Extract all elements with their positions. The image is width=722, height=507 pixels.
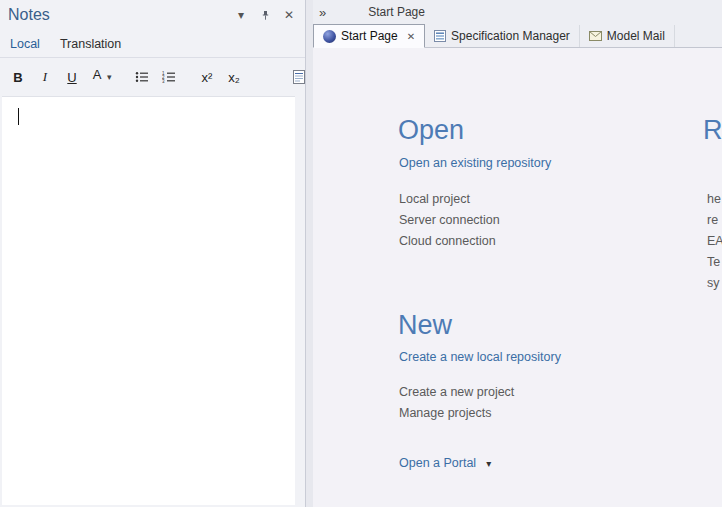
tab-label: Start Page [341, 29, 398, 43]
local-project-item[interactable]: Local project [399, 189, 500, 210]
chevron-down-icon[interactable]: ▾ [107, 72, 116, 82]
document-area: » Start Page Start Page ✕ Specification … [313, 0, 722, 507]
notes-editor[interactable] [2, 96, 295, 505]
start-page-content: Open Open an existing repository Local p… [313, 48, 722, 507]
new-section-heading: New [398, 309, 452, 341]
expand-tabs-icon[interactable]: » [319, 5, 326, 20]
close-panel-button[interactable]: ✕ [281, 7, 297, 23]
numbered-list-icon: 123 [162, 71, 176, 83]
new-section-items: Create a new project Manage projects [399, 382, 514, 424]
open-section-heading: Open [398, 114, 464, 146]
recent-section-heading-truncated: R [703, 114, 722, 146]
document-tab-bar: Start Page ✕ Specification Manager Model… [313, 24, 722, 48]
manage-projects-item[interactable]: Manage projects [399, 403, 514, 424]
create-new-project-item[interactable]: Create a new project [399, 382, 514, 403]
svg-text:3: 3 [162, 79, 165, 83]
notes-panel-title: Notes [8, 6, 50, 24]
open-portal-link[interactable]: Open a Portal [399, 456, 476, 470]
recent-item[interactable]: he [707, 189, 722, 210]
specification-manager-icon [434, 30, 446, 42]
bold-button[interactable]: B [6, 65, 30, 89]
tab-model-mail[interactable]: Model Mail [580, 25, 675, 47]
chevron-down-icon[interactable]: ▾ [486, 458, 491, 469]
numbered-list-button[interactable]: 123 [157, 65, 181, 89]
tab-specification-manager[interactable]: Specification Manager [425, 25, 580, 47]
active-document-title: Start Page [368, 5, 425, 19]
notes-tab-bar: Local Translation [0, 30, 305, 58]
pin-button[interactable] [257, 7, 273, 23]
subscript-button[interactable]: x₂ [222, 65, 246, 89]
bullet-list-button[interactable] [130, 65, 154, 89]
recent-item[interactable]: EA [707, 231, 722, 252]
superscript-button[interactable]: x² [195, 65, 219, 89]
font-color-button[interactable]: A ▾ [87, 65, 116, 89]
recent-item[interactable]: re [707, 210, 722, 231]
notes-panel-header: Notes ▾ ✕ [0, 0, 305, 30]
server-connection-item[interactable]: Server connection [399, 210, 500, 231]
globe-button[interactable] [249, 65, 273, 89]
globe-icon [254, 70, 268, 84]
recent-item[interactable]: Te [707, 252, 722, 273]
model-mail-icon [589, 31, 602, 41]
open-section-items: Local project Server connection Cloud co… [399, 189, 500, 252]
font-color-letter: A [87, 65, 107, 89]
notes-window-controls: ▾ ✕ [233, 7, 297, 23]
notes-panel: Notes ▾ ✕ Local Translation B I U A ▾ 12… [0, 0, 306, 507]
tab-start-page[interactable]: Start Page ✕ [313, 24, 425, 48]
cloud-connection-item[interactable]: Cloud connection [399, 231, 500, 252]
chevron-down-icon: ▾ [238, 8, 244, 22]
italic-button[interactable]: I [33, 65, 57, 89]
panel-menu-button[interactable]: ▾ [233, 7, 249, 23]
open-existing-repository-link[interactable]: Open an existing repository [399, 156, 551, 170]
text-caret [18, 108, 19, 125]
document-icon [293, 70, 305, 84]
close-icon: ✕ [284, 8, 294, 22]
notes-format-toolbar: B I U A ▾ 123 x² x₂ [0, 58, 305, 96]
recent-item[interactable]: sy [707, 273, 722, 294]
tab-label: Specification Manager [451, 29, 570, 43]
document-area-header: » Start Page [313, 0, 722, 24]
open-portal-control[interactable]: Open a Portal ▾ [399, 456, 491, 470]
create-new-repository-link[interactable]: Create a new local repository [399, 350, 561, 364]
close-tab-icon[interactable]: ✕ [407, 31, 415, 42]
pin-icon [260, 10, 271, 21]
underline-button[interactable]: U [60, 65, 84, 89]
tab-local[interactable]: Local [10, 37, 40, 51]
tab-translation[interactable]: Translation [60, 37, 121, 51]
document-button[interactable] [287, 65, 311, 89]
tab-label: Model Mail [607, 29, 665, 43]
bullet-list-icon [135, 71, 149, 83]
recent-section-items-truncated: he re EA Te sy [707, 189, 722, 294]
start-page-icon [323, 30, 336, 43]
